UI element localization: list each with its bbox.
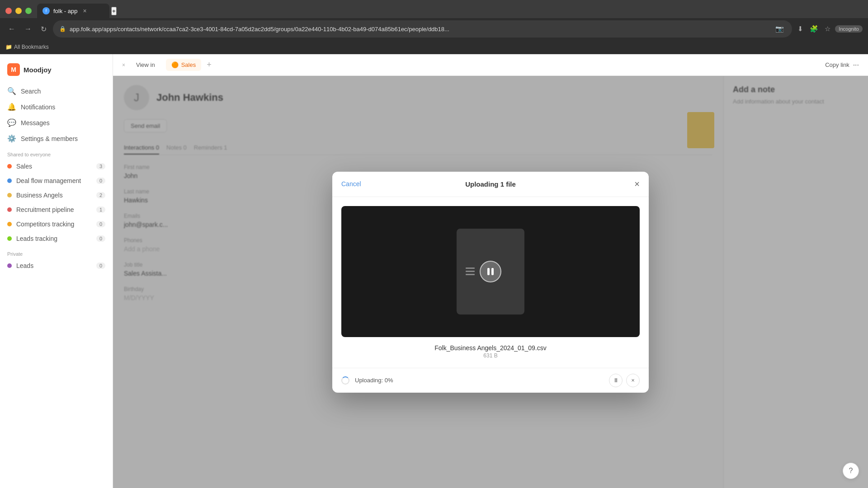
tab-favicon: f [42, 7, 50, 14]
top-bar: × View in 🟠 Sales + Copy link ··· [113, 54, 868, 76]
file-name: Folk_Business Angels_2024_01_09.csv [341, 344, 640, 352]
sidebar-item-leads[interactable]: Leads 0 [0, 258, 113, 273]
window-minimize-button[interactable] [15, 8, 22, 14]
file-size: 631 B [341, 352, 640, 359]
view-in-label: View in [136, 61, 155, 68]
sidebar-item-leads-tracking[interactable]: Leads tracking 0 [0, 231, 113, 246]
upload-status: Uploading: 0% [355, 377, 604, 384]
sidebar: M Moodjoy 🔍 Search 🔔 Notifications 💬 Mes… [0, 54, 113, 488]
shared-section-title: Shared to everyone [0, 146, 113, 159]
sidebar-item-notifications[interactable]: 🔔 Notifications [0, 99, 113, 115]
modal-close-button[interactable]: × [634, 179, 640, 189]
help-button[interactable]: ? [843, 463, 859, 479]
logo-text: Moodjoy [24, 66, 52, 74]
main-content: × View in 🟠 Sales + Copy link ··· J John… [113, 54, 868, 488]
topbar-close-button[interactable]: × [122, 62, 125, 68]
camera-icon: 📷 [774, 23, 786, 35]
tab-bar: f folk - app × + [0, 0, 868, 18]
footer-actions: ⏸ × [609, 374, 640, 387]
cancel-button[interactable]: Cancel [341, 180, 361, 188]
sidebar-item-messages[interactable]: 💬 Messages [0, 115, 113, 131]
tab-close-button[interactable]: × [83, 7, 86, 14]
sidebar-notifications-label: Notifications [21, 103, 105, 111]
notifications-icon: 🔔 [7, 103, 16, 111]
app-logo: M Moodjoy [0, 60, 113, 83]
tab-title: folk - app [53, 8, 77, 14]
modal-title: Uploading 1 file [465, 180, 516, 188]
deal-flow-dot [7, 178, 12, 183]
competitors-label: Competitors tracking [16, 221, 92, 228]
app-layout: M Moodjoy 🔍 Search 🔔 Notifications 💬 Mes… [0, 54, 868, 488]
content-area: J John Hawkins Send email Interactions 0… [113, 76, 868, 488]
browser-toolbar: ← → ↻ 🔒 app.folk.app/apps/contacts/netwo… [0, 18, 868, 40]
pause-bar-right [491, 268, 494, 275]
refresh-button[interactable]: ↻ [38, 23, 49, 35]
logo-icon: M [7, 63, 20, 76]
downloads-button[interactable]: ⬇ [796, 23, 805, 35]
cancel-upload-button[interactable]: × [626, 374, 640, 387]
bookmarks-bar: 📁 All Bookmarks [0, 40, 868, 54]
more-options-button[interactable]: ··· [853, 61, 859, 69]
leads-tracking-count: 0 [96, 235, 105, 242]
modal-body: Folk_Business Angels_2024_01_09.csv 631 … [332, 197, 649, 368]
leads-tracking-label: Leads tracking [16, 235, 92, 242]
upload-spinner [341, 376, 349, 385]
sidebar-item-deal-flow[interactable]: Deal flow management 0 [0, 174, 113, 188]
copy-link-button[interactable]: Copy link [825, 61, 849, 68]
sidebar-item-recruitment[interactable]: Recruitment pipeline 1 [0, 202, 113, 217]
topbar-actions: Copy link ··· [825, 61, 859, 69]
leads-count: 0 [96, 263, 105, 269]
bookmark-folder-icon[interactable]: 📁 All Bookmarks [5, 44, 49, 50]
extensions-button[interactable]: 🧩 [808, 23, 820, 35]
sidebar-item-competitors[interactable]: Competitors tracking 0 [0, 217, 113, 231]
upload-modal: Cancel Uploading 1 file × [332, 172, 649, 393]
business-angels-count: 2 [96, 192, 105, 198]
modal-overlay: Cancel Uploading 1 file × [113, 76, 868, 488]
sales-count: 3 [96, 163, 105, 169]
back-button[interactable]: ← [5, 23, 18, 35]
sales-label: Sales [16, 163, 92, 170]
browser-chrome: f folk - app × + ← → ↻ 🔒 app.folk.app/ap… [0, 0, 868, 54]
new-tab-button[interactable]: + [111, 7, 117, 15]
pause-overlay [457, 229, 524, 314]
sidebar-item-settings[interactable]: ⚙️ Settings & members [0, 131, 113, 146]
deal-flow-label: Deal flow management [16, 177, 92, 184]
competitors-dot [7, 222, 12, 226]
private-section-title: Private [0, 246, 113, 258]
window-close-button[interactable] [5, 8, 12, 14]
file-info: Folk_Business Angels_2024_01_09.csv 631 … [341, 344, 640, 359]
topbar-view-tab[interactable]: View in [131, 59, 160, 71]
business-angels-dot [7, 193, 12, 197]
sidebar-item-sales[interactable]: Sales 3 [0, 159, 113, 174]
sidebar-search-label: Search [21, 88, 105, 95]
leads-tracking-dot [7, 236, 12, 241]
browser-tab-active[interactable]: f folk - app × [37, 4, 109, 18]
sidebar-item-business-angels[interactable]: Business Angels 2 [0, 188, 113, 202]
messages-icon: 💬 [7, 118, 16, 127]
sidebar-settings-label: Settings & members [21, 135, 105, 142]
search-icon: 🔍 [7, 87, 16, 95]
forward-button[interactable]: → [22, 23, 34, 35]
url-text: app.folk.app/apps/contacts/network/ccaa7… [70, 26, 770, 33]
topbar-sales-tab[interactable]: 🟠 Sales [166, 59, 202, 71]
sales-tab-label: Sales [181, 61, 196, 68]
bookmark-button[interactable]: ☆ [823, 23, 832, 35]
leads-label: Leads [16, 262, 92, 269]
sidebar-messages-label: Messages [21, 119, 105, 127]
address-bar[interactable]: 🔒 app.folk.app/apps/contacts/network/cca… [53, 20, 792, 38]
window-maximize-button[interactable] [25, 8, 32, 14]
pause-upload-button[interactable]: ⏸ [609, 374, 623, 387]
ssl-lock-icon: 🔒 [59, 26, 66, 32]
leads-dot [7, 263, 12, 268]
incognito-badge: Incognito [835, 25, 863, 33]
sidebar-item-search[interactable]: 🔍 Search [0, 83, 113, 99]
recruitment-label: Recruitment pipeline [16, 206, 92, 213]
add-tab-icon[interactable]: + [207, 60, 212, 70]
window-controls [5, 8, 32, 14]
pause-icon [480, 261, 501, 282]
modal-header: Cancel Uploading 1 file × [332, 172, 649, 197]
toolbar-icons: ⬇ 🧩 ☆ Incognito [796, 23, 863, 35]
competitors-count: 0 [96, 221, 105, 227]
deal-flow-count: 0 [96, 178, 105, 184]
sales-dot [7, 164, 12, 169]
